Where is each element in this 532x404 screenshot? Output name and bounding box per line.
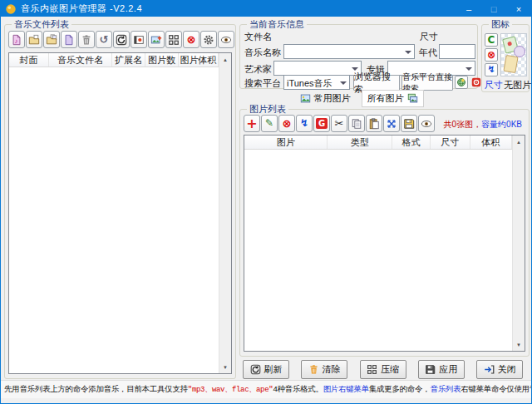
music-list-header: 封面音乐文件名扩展名图片数图片体积 [9, 53, 219, 67]
grid-compress-icon [367, 364, 377, 375]
add-image-button[interactable]: + [244, 115, 260, 132]
image-icon [300, 93, 311, 104]
apply-button[interactable]: 应用 [418, 360, 465, 379]
column-header-4[interactable]: 尺寸 [431, 135, 470, 149]
image-list-scrollbar[interactable]: ▲ ▼ [512, 135, 525, 351]
icon-size-label: 尺寸 [485, 79, 503, 91]
edit-image-icon: ✎ [265, 118, 273, 129]
filename-label: 文件名 [244, 31, 272, 43]
refresh-button[interactable]: 刷新 [243, 360, 289, 379]
scroll-down-icon[interactable]: ▼ [513, 338, 525, 351]
batch-compress-button[interactable] [165, 31, 182, 48]
add-music-file-button[interactable]: ♪ [8, 31, 25, 48]
clear-button[interactable]: 清除 [301, 360, 347, 379]
export-image-icon [150, 34, 162, 46]
convert-button[interactable] [131, 31, 147, 48]
browser-search-button[interactable]: 浏览器搜索 [353, 75, 400, 91]
resize-image-icon [386, 118, 397, 130]
close-window-button[interactable]: × [506, 1, 531, 17]
column-header-5[interactable]: 体积 [470, 135, 512, 149]
column-header-5[interactable]: 图片体积 [179, 53, 219, 67]
icon-sync-button[interactable]: ↯ [485, 63, 498, 76]
refresh-list-button[interactable] [113, 31, 130, 48]
music-name-label: 音乐名称 [244, 47, 281, 59]
year-input[interactable] [439, 44, 475, 59]
tab-all-images[interactable]: 所有图片 [362, 90, 424, 107]
scroll-up-icon[interactable]: ▲ [513, 135, 525, 148]
cut-image-icon: ✂ [335, 118, 344, 129]
music-name-combo[interactable] [283, 44, 415, 59]
delete-image-button[interactable]: ⊗ [278, 115, 295, 132]
column-header-1[interactable]: 封面 [9, 53, 49, 67]
artist-combo[interactable] [273, 61, 362, 76]
copy-image-button[interactable] [348, 115, 365, 132]
save-image-button[interactable] [401, 115, 417, 132]
export-image-button[interactable] [148, 31, 165, 48]
column-header-2[interactable]: 类型 [328, 135, 392, 149]
copy-image-icon [351, 118, 362, 130]
refresh-boxed-icon [250, 364, 261, 375]
music-list-caption: 音乐文件列表 [12, 19, 71, 30]
close-button[interactable]: 关闭 [476, 360, 523, 379]
icon-preview-placeholder [503, 55, 518, 73]
add-music-folder-button[interactable] [43, 31, 60, 48]
icon-remove-button[interactable]: ⊗ [485, 48, 498, 62]
batch-compress-icon [168, 34, 180, 46]
about-button[interactable] [218, 31, 234, 48]
cancel-task-button[interactable]: ⊗ [183, 31, 200, 48]
current-info-group: 当前音乐信息 文件名 尺寸 音乐名称 年代 艺术家 专辑 搜索平台 iTunes… [239, 24, 478, 89]
web-search-button[interactable] [455, 76, 468, 89]
save-image-icon [403, 118, 415, 130]
artist-label: 艺术家 [244, 63, 272, 76]
music-list-group: 音乐文件列表 ♪↺⊗ 封面音乐文件名扩展名图片数图片体积 ▲ ▼ [4, 24, 236, 379]
music-list-scrollbar[interactable]: ▲ ▼ [219, 53, 231, 373]
preview-image-icon [421, 118, 432, 130]
compress-button[interactable]: 压缩 [360, 360, 406, 379]
gif-button[interactable]: G [313, 115, 330, 132]
trash-orange-icon [308, 364, 319, 375]
paste-image-icon [368, 118, 380, 130]
delete-music-button[interactable] [78, 31, 95, 48]
globe-icon [456, 77, 466, 87]
year-label: 年代 [419, 47, 437, 59]
tab-common-images[interactable]: 常用图片 [294, 90, 357, 107]
paste-file-icon [63, 34, 75, 46]
gif-icon: G [316, 118, 327, 129]
column-header-3[interactable]: 格式 [392, 135, 431, 149]
cancel-task-icon: ⊗ [187, 34, 196, 45]
icon-refresh-button[interactable]: C [485, 33, 498, 47]
window-title: 音乐内嵌图片管理器 -V2.2.4 [21, 2, 456, 15]
column-header-3[interactable]: 扩展名 [112, 53, 145, 67]
settings-button[interactable] [200, 31, 217, 48]
platform-combo[interactable]: iTunes音乐 [283, 75, 350, 90]
direct-search-button[interactable]: 音乐平台直接搜索 [401, 75, 453, 91]
image-listview[interactable]: 图片类型格式尺寸体积 ▲ ▼ [244, 135, 525, 352]
edit-image-button[interactable]: ✎ [261, 115, 278, 132]
column-header-1[interactable]: 图片 [244, 135, 328, 149]
add-image-icon: + [246, 119, 257, 129]
scroll-up-icon[interactable]: ▲ [219, 53, 231, 66]
preview-image-button[interactable] [418, 115, 435, 132]
minimize-button[interactable]: – [456, 1, 481, 17]
resize-image-button[interactable] [383, 115, 400, 132]
scroll-down-icon[interactable]: ▼ [219, 361, 231, 373]
app-window: 音乐内嵌图片管理器 -V2.2.4 – □ × 音乐文件列表 ♪↺⊗ 封面音乐文… [0, 0, 532, 404]
sync-image-button[interactable]: ↯ [296, 115, 313, 132]
column-header-2[interactable]: 音乐文件名 [49, 53, 112, 67]
image-list-caption: 图片列表 [247, 104, 288, 115]
paste-file-button[interactable] [61, 31, 77, 48]
icon-preview[interactable] [500, 33, 527, 76]
image-list-group: 图片列表 +✎⊗↯G✂ 共0张图，容量约0KB 图片类型格式尺寸体积 ▲ ▼ [239, 109, 530, 357]
music-listview[interactable]: 封面音乐文件名扩展名图片数图片体积 ▲ ▼ [8, 52, 232, 374]
convert-icon [133, 34, 145, 46]
paste-image-button[interactable] [366, 115, 382, 132]
cut-image-button[interactable]: ✂ [331, 115, 347, 132]
add-music-files-button[interactable] [26, 31, 42, 48]
undo-button[interactable]: ↺ [96, 31, 112, 48]
red-music-icon [471, 77, 481, 87]
add-music-folder-icon [46, 34, 57, 46]
music-toolbar: ♪↺⊗ [8, 31, 234, 48]
maximize-button[interactable]: □ [481, 1, 506, 17]
chevron-down-icon [405, 51, 411, 57]
column-header-4[interactable]: 图片数 [145, 53, 179, 67]
